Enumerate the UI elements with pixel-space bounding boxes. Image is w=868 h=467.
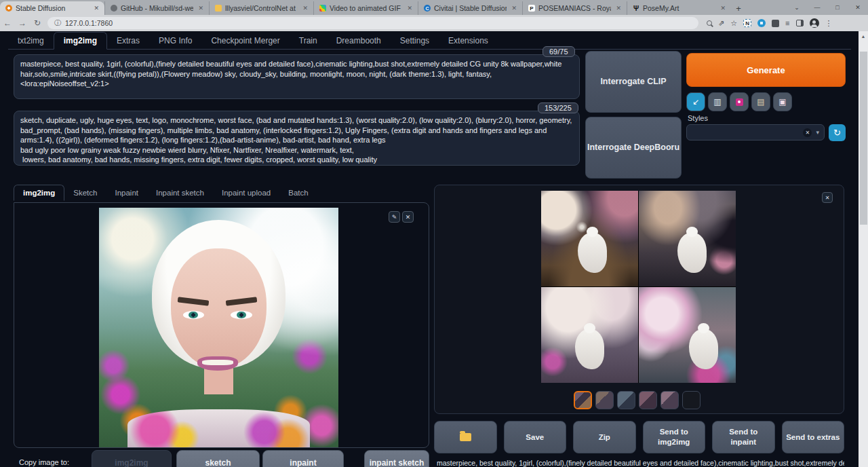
tab-train[interactable]: Train — [290, 33, 327, 49]
negative-prompt-input[interactable]: sketch, duplicate, ugly, huge eyes, text… — [14, 111, 580, 166]
figure — [578, 233, 607, 273]
forward-button[interactable]: → — [15, 18, 30, 28]
thumbnail-5[interactable] — [660, 391, 679, 409]
thumbnail-1[interactable] — [574, 391, 592, 409]
result-image-3[interactable] — [541, 287, 638, 383]
styles-refresh-button[interactable]: ↻ — [829, 124, 846, 141]
copy-to-sketch-button[interactable]: sketch — [176, 450, 260, 467]
share-icon[interactable]: ⇗ — [718, 19, 724, 28]
subtab-inpaint[interactable]: Inpaint — [106, 185, 147, 200]
browser-tab-github[interactable]: GitHub - Mikubill/sd-webui-co ✕ — [104, 1, 209, 15]
window-minimize-button[interactable]: — — [807, 0, 827, 15]
copy-to-inpaint-button[interactable]: inpaint — [262, 450, 344, 467]
side-panel-icon[interactable] — [796, 20, 804, 26]
gallery-close-button[interactable]: ✕ — [822, 192, 833, 203]
url-bar[interactable]: ⓘ 127.0.0.1:7860 — [47, 17, 698, 29]
tab-search-chevron-icon[interactable]: ⌄ — [787, 0, 807, 15]
bookmark-star-icon[interactable]: ☆ — [730, 19, 737, 28]
tab-close-icon[interactable]: ✕ — [92, 5, 100, 12]
tab-close-icon[interactable]: ✕ — [719, 5, 727, 12]
tab-list-icon[interactable]: ≡ — [785, 19, 789, 27]
styles-dropdown[interactable]: ✕ ▾ — [686, 124, 825, 141]
tab-txt2img[interactable]: txt2img — [8, 33, 54, 49]
apply-style-button[interactable]: ▤ — [751, 92, 770, 111]
tab-close-icon[interactable]: ✕ — [197, 5, 205, 12]
portrait-iris — [237, 312, 246, 319]
clear-prompt-button[interactable]: ▥ — [708, 92, 727, 111]
thumbnail-2[interactable] — [595, 391, 614, 409]
gif-converter-favicon-icon — [319, 5, 326, 12]
tab-dreambooth[interactable]: Dreambooth — [327, 33, 391, 49]
prompt-input[interactable]: masterpiece, best quality, 1girl, (color… — [14, 54, 580, 99]
tab-png-info[interactable]: PNG Info — [149, 33, 201, 49]
subtab-inpaint-sketch[interactable]: Inpaint sketch — [147, 185, 213, 200]
interrogate-deepbooru-button[interactable]: Interrogate DeepBooru — [585, 117, 682, 179]
img2img-source-panel[interactable]: ✎ ✕ — [14, 202, 429, 448]
window-controls: ⌄ — □ ✕ — [787, 0, 868, 15]
scrollbar-thumb[interactable] — [860, 52, 867, 225]
send-to-inpaint-button[interactable]: Send to inpaint — [712, 421, 775, 453]
thumbnail-6[interactable] — [682, 391, 701, 409]
browser-tab-civitai[interactable]: C Civitai | Stable Diffusion model ✕ — [418, 1, 522, 15]
save-button[interactable]: Save — [504, 421, 567, 453]
subtab-img2img[interactable]: img2img — [14, 185, 64, 201]
generate-button[interactable]: Generate — [686, 53, 846, 87]
reload-button[interactable]: ↻ — [30, 18, 45, 28]
thumbnail-3[interactable] — [617, 391, 635, 409]
blue-extension-icon[interactable] — [757, 19, 766, 27]
browser-tab-controlnet[interactable]: lllyasviel/ControlNet at main ✕ — [209, 1, 313, 15]
img2img-subtabs: img2img Sketch Inpaint Inpaint sketch In… — [14, 185, 317, 200]
new-tab-button[interactable]: + — [731, 1, 746, 15]
tab-close-icon[interactable]: ✕ — [406, 5, 414, 12]
browser-menu-icon[interactable]: ⋮ — [825, 19, 833, 28]
browser-tab-stable-diffusion[interactable]: Stable Diffusion ✕ — [0, 1, 104, 15]
browser-toolbar: ← → ↻ ⓘ 127.0.0.1:7860 ⇗ ☆ N ≡ ⋮ — [0, 15, 868, 31]
result-image-1[interactable] — [541, 191, 638, 286]
tab-checkpoint-merger[interactable]: Checkpoint Merger — [201, 33, 289, 49]
subtab-batch[interactable]: Batch — [279, 185, 317, 200]
result-image-4[interactable] — [639, 287, 736, 383]
tab-settings[interactable]: Settings — [391, 33, 439, 49]
result-image-2[interactable] — [639, 191, 736, 286]
thumbnail-4[interactable] — [639, 391, 657, 409]
tab-extras[interactable]: Extras — [107, 33, 149, 49]
browser-tab-posemaniacs[interactable]: P POSEMANIACS - Royalty free 3 ✕ — [522, 1, 627, 15]
source-image-portrait[interactable] — [99, 208, 338, 447]
open-folder-button[interactable] — [434, 421, 497, 453]
edit-image-button[interactable]: ✎ — [389, 211, 400, 223]
copy-to-inpaint-sketch-button[interactable]: inpaint sketch — [364, 450, 429, 467]
extensions-puzzle-icon[interactable] — [772, 20, 779, 27]
send-to-img2img-button[interactable]: Send to img2img — [643, 421, 706, 453]
url-text: 127.0.0.1:7860 — [65, 19, 113, 27]
back-button[interactable]: ← — [0, 18, 15, 28]
tab-title: Civitai | Stable Diffusion model — [434, 4, 507, 12]
extra-networks-button[interactable] — [730, 92, 749, 111]
tab-img2img[interactable]: img2img — [54, 32, 107, 50]
browser-tab-gif-converter[interactable]: Video to animated GIF converter ✕ — [313, 1, 418, 15]
page-scrollbar[interactable]: ▲ — [859, 31, 868, 467]
n-extension-icon[interactable]: N — [743, 19, 751, 27]
tab-close-icon[interactable]: ✕ — [614, 5, 623, 12]
remove-image-button[interactable]: ✕ — [402, 211, 414, 223]
browser-tab-posemyart[interactable]: Ψ PoseMy.Art ✕ — [627, 1, 731, 15]
interrogate-clip-button[interactable]: Interrogate CLIP — [585, 51, 682, 113]
stable-diffusion-webui: txt2img img2img Extras PNG Info Checkpoi… — [0, 31, 859, 467]
tab-close-icon[interactable]: ✕ — [301, 5, 309, 12]
save-style-button[interactable]: ▣ — [773, 92, 792, 111]
subtab-sketch[interactable]: Sketch — [64, 185, 106, 200]
window-close-button[interactable]: ✕ — [848, 0, 868, 15]
zip-button[interactable]: Zip — [573, 421, 636, 453]
styles-clear-icon[interactable]: ✕ — [803, 128, 812, 137]
tab-close-icon[interactable]: ✕ — [510, 5, 518, 12]
subtab-inpaint-upload[interactable]: Inpaint upload — [213, 185, 279, 200]
profile-avatar[interactable] — [810, 18, 819, 28]
site-info-icon[interactable]: ⓘ — [54, 18, 61, 28]
send-to-extras-button[interactable]: Send to extras — [782, 421, 845, 453]
scrollbar-up-arrow-icon[interactable]: ▲ — [859, 31, 868, 41]
tab-extensions[interactable]: Extensions — [439, 33, 498, 49]
result-image-grid[interactable] — [541, 191, 736, 383]
zoom-search-icon[interactable] — [707, 20, 712, 26]
window-maximize-button[interactable]: □ — [827, 0, 848, 15]
paste-generation-params-button[interactable]: ↙ — [686, 92, 705, 111]
generation-info-text: masterpiece, best quality, 1girl, (color… — [437, 459, 844, 467]
